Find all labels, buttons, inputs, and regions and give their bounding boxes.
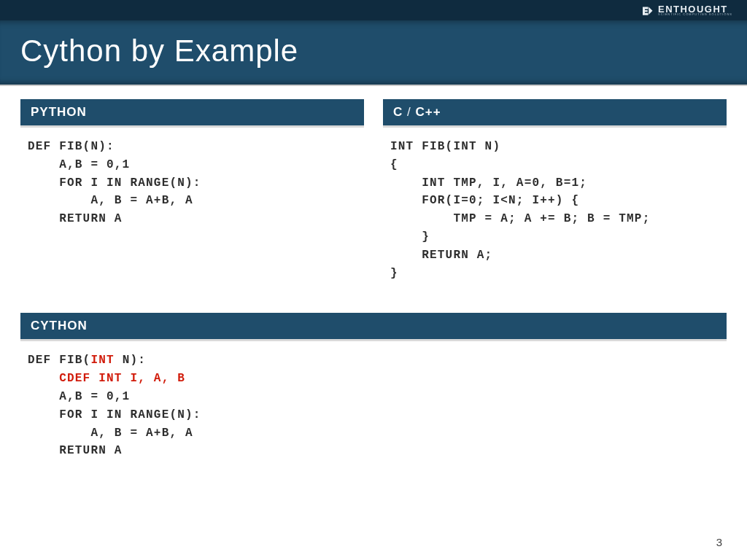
cython-l4: FOR I IN RANGE(N): — [28, 408, 201, 421]
cython-l2: CDEF INT I, A, B — [28, 372, 185, 385]
cython-code: DEF FIB(INT N): CDEF INT I, A, B A,B = 0… — [28, 351, 719, 460]
cython-code-box: DEF FIB(INT N): CDEF INT I, A, B A,B = 0… — [20, 341, 727, 470]
cython-l1b: INT — [90, 354, 114, 367]
c-code: INT FIB(INT N) { INT TMP, I, A=0, B=1; F… — [390, 138, 719, 282]
title-band: Cython by Example — [0, 20, 747, 85]
cython-l3: A,B = 0,1 — [28, 390, 130, 403]
python-header: PYTHON — [20, 99, 364, 128]
c-header-part-a: C — [393, 105, 403, 119]
page-number: 3 — [716, 536, 722, 548]
brand-logo: ENTHOUGHT SCIENTIFIC COMPUTING SOLUTIONS — [640, 4, 732, 17]
cython-header: CYTHON — [20, 313, 727, 341]
c-column: C / C++ INT FIB(INT N) { INT TMP, I, A=0… — [383, 99, 727, 292]
brand-tagline: SCIENTIFIC COMPUTING SOLUTIONS — [658, 13, 732, 16]
c-header-separator: / — [403, 105, 415, 119]
cython-l6: RETURN A — [28, 444, 123, 457]
cython-block: CYTHON DEF FIB(INT N): CDEF INT I, A, B … — [20, 313, 727, 470]
slide-title: Cython by Example — [20, 34, 727, 69]
c-code-box: INT FIB(INT N) { INT TMP, I, A=0, B=1; F… — [383, 128, 727, 292]
python-code-box: DEF FIB(N): A,B = 0,1 FOR I IN RANGE(N):… — [20, 128, 364, 238]
c-header-part-b: C++ — [415, 105, 441, 119]
brand-mark-icon — [640, 4, 654, 17]
python-column: PYTHON DEF FIB(N): A,B = 0,1 FOR I IN RA… — [20, 99, 364, 292]
python-code: DEF FIB(N): A,B = 0,1 FOR I IN RANGE(N):… — [28, 138, 357, 228]
c-header: C / C++ — [383, 99, 727, 128]
cython-l1a: DEF FIB( — [28, 354, 90, 367]
top-brand-band: ENTHOUGHT SCIENTIFIC COMPUTING SOLUTIONS — [0, 0, 747, 20]
cython-l5: A, B = A+B, A — [28, 427, 193, 440]
cython-l1c: N): — [115, 354, 146, 367]
